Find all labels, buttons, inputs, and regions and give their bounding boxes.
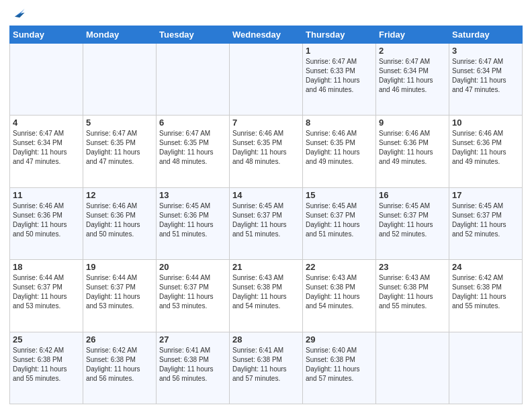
calendar-cell: 22Sunrise: 6:43 AM Sunset: 6:38 PM Dayli… — [303, 260, 376, 332]
day-info: Sunrise: 6:45 AM Sunset: 6:37 PM Dayligh… — [306, 201, 373, 239]
day-number: 29 — [306, 334, 373, 345]
day-number: 15 — [306, 190, 373, 200]
week-row-5: 25Sunrise: 6:42 AM Sunset: 6:38 PM Dayli… — [10, 332, 523, 404]
calendar-cell: 3Sunrise: 6:47 AM Sunset: 6:34 PM Daylig… — [449, 44, 523, 116]
calendar-cell: 19Sunrise: 6:44 AM Sunset: 6:37 PM Dayli… — [83, 260, 157, 332]
calendar-cell: 27Sunrise: 6:41 AM Sunset: 6:38 PM Dayli… — [157, 332, 230, 404]
day-info: Sunrise: 6:46 AM Sunset: 6:35 PM Dayligh… — [306, 129, 373, 167]
calendar-cell — [376, 332, 449, 404]
day-info: Sunrise: 6:47 AM Sunset: 6:34 PM Dayligh… — [379, 57, 446, 95]
logo-bird-icon — [11, 7, 26, 21]
weekday-header-saturday: Saturday — [449, 26, 523, 44]
calendar-cell: 10Sunrise: 6:46 AM Sunset: 6:36 PM Dayli… — [449, 116, 523, 187]
day-info: Sunrise: 6:45 AM Sunset: 6:37 PM Dayligh… — [232, 201, 300, 239]
day-number: 28 — [232, 334, 300, 345]
day-info: Sunrise: 6:45 AM Sunset: 6:36 PM Dayligh… — [159, 201, 226, 239]
calendar-cell: 6Sunrise: 6:47 AM Sunset: 6:35 PM Daylig… — [157, 116, 230, 187]
day-info: Sunrise: 6:47 AM Sunset: 6:34 PM Dayligh… — [13, 129, 80, 167]
calendar-cell: 12Sunrise: 6:46 AM Sunset: 6:36 PM Dayli… — [83, 187, 157, 259]
day-number: 5 — [86, 118, 153, 128]
weekday-header-friday: Friday — [376, 26, 449, 44]
day-info: Sunrise: 6:41 AM Sunset: 6:38 PM Dayligh… — [159, 346, 226, 383]
day-number: 17 — [452, 190, 519, 200]
weekday-header-thursday: Thursday — [303, 26, 376, 44]
day-info: Sunrise: 6:44 AM Sunset: 6:37 PM Dayligh… — [86, 273, 153, 311]
day-number: 3 — [452, 46, 519, 56]
day-info: Sunrise: 6:46 AM Sunset: 6:36 PM Dayligh… — [13, 201, 80, 239]
day-number: 25 — [13, 334, 80, 345]
weekday-header-tuesday: Tuesday — [157, 26, 230, 44]
day-number: 20 — [159, 262, 226, 272]
day-info: Sunrise: 6:43 AM Sunset: 6:38 PM Dayligh… — [306, 273, 373, 311]
page: SundayMondayTuesdayWednesdayThursdayFrid… — [0, 0, 532, 411]
day-number: 16 — [379, 190, 446, 200]
calendar-cell — [449, 332, 523, 404]
day-info: Sunrise: 6:47 AM Sunset: 6:33 PM Dayligh… — [306, 57, 373, 95]
calendar-cell: 1Sunrise: 6:47 AM Sunset: 6:33 PM Daylig… — [303, 44, 376, 116]
day-number: 7 — [232, 118, 300, 128]
calendar-cell: 24Sunrise: 6:42 AM Sunset: 6:38 PM Dayli… — [449, 260, 523, 332]
day-number: 2 — [379, 46, 446, 56]
day-info: Sunrise: 6:46 AM Sunset: 6:36 PM Dayligh… — [452, 129, 519, 167]
day-number: 11 — [13, 190, 80, 200]
weekday-header-row: SundayMondayTuesdayWednesdayThursdayFrid… — [10, 26, 523, 44]
day-info: Sunrise: 6:47 AM Sunset: 6:35 PM Dayligh… — [86, 129, 153, 167]
day-number: 27 — [159, 334, 226, 345]
calendar-cell: 15Sunrise: 6:45 AM Sunset: 6:37 PM Dayli… — [303, 187, 376, 259]
calendar-cell: 21Sunrise: 6:43 AM Sunset: 6:38 PM Dayli… — [230, 260, 303, 332]
calendar-cell: 5Sunrise: 6:47 AM Sunset: 6:35 PM Daylig… — [83, 116, 157, 187]
calendar-cell: 28Sunrise: 6:41 AM Sunset: 6:38 PM Dayli… — [230, 332, 303, 404]
calendar-cell — [230, 44, 303, 116]
day-number: 22 — [306, 262, 373, 272]
calendar-cell — [157, 44, 230, 116]
day-info: Sunrise: 6:43 AM Sunset: 6:38 PM Dayligh… — [379, 273, 446, 311]
calendar-cell: 13Sunrise: 6:45 AM Sunset: 6:36 PM Dayli… — [157, 187, 230, 259]
calendar-cell: 18Sunrise: 6:44 AM Sunset: 6:37 PM Dayli… — [10, 260, 83, 332]
calendar-cell: 23Sunrise: 6:43 AM Sunset: 6:38 PM Dayli… — [376, 260, 449, 332]
day-number: 19 — [86, 262, 153, 272]
week-row-3: 11Sunrise: 6:46 AM Sunset: 6:36 PM Dayli… — [10, 187, 523, 259]
header — [9, 7, 523, 21]
day-info: Sunrise: 6:44 AM Sunset: 6:37 PM Dayligh… — [13, 273, 80, 311]
day-info: Sunrise: 6:47 AM Sunset: 6:34 PM Dayligh… — [452, 57, 519, 95]
day-number: 26 — [86, 334, 153, 345]
calendar-cell: 7Sunrise: 6:46 AM Sunset: 6:35 PM Daylig… — [230, 116, 303, 187]
calendar-cell: 25Sunrise: 6:42 AM Sunset: 6:38 PM Dayli… — [10, 332, 83, 404]
week-row-2: 4Sunrise: 6:47 AM Sunset: 6:34 PM Daylig… — [10, 116, 523, 187]
calendar-cell: 17Sunrise: 6:45 AM Sunset: 6:37 PM Dayli… — [449, 187, 523, 259]
day-number: 1 — [306, 46, 373, 56]
calendar-cell: 16Sunrise: 6:45 AM Sunset: 6:37 PM Dayli… — [376, 187, 449, 259]
day-number: 18 — [13, 262, 80, 272]
day-number: 8 — [306, 118, 373, 128]
day-info: Sunrise: 6:42 AM Sunset: 6:38 PM Dayligh… — [13, 346, 80, 383]
calendar-cell: 26Sunrise: 6:42 AM Sunset: 6:38 PM Dayli… — [83, 332, 157, 404]
day-info: Sunrise: 6:46 AM Sunset: 6:36 PM Dayligh… — [379, 129, 446, 167]
calendar-cell: 14Sunrise: 6:45 AM Sunset: 6:37 PM Dayli… — [230, 187, 303, 259]
day-info: Sunrise: 6:46 AM Sunset: 6:36 PM Dayligh… — [86, 201, 153, 239]
day-info: Sunrise: 6:41 AM Sunset: 6:38 PM Dayligh… — [232, 346, 300, 383]
calendar-cell — [83, 44, 157, 116]
day-number: 14 — [232, 190, 300, 200]
week-row-1: 1Sunrise: 6:47 AM Sunset: 6:33 PM Daylig… — [10, 44, 523, 116]
day-number: 23 — [379, 262, 446, 272]
day-info: Sunrise: 6:47 AM Sunset: 6:35 PM Dayligh… — [159, 129, 226, 167]
day-info: Sunrise: 6:40 AM Sunset: 6:38 PM Dayligh… — [306, 346, 373, 383]
day-number: 24 — [452, 262, 519, 272]
day-info: Sunrise: 6:44 AM Sunset: 6:37 PM Dayligh… — [159, 273, 226, 311]
day-number: 9 — [379, 118, 446, 128]
calendar-cell: 9Sunrise: 6:46 AM Sunset: 6:36 PM Daylig… — [376, 116, 449, 187]
calendar-cell: 2Sunrise: 6:47 AM Sunset: 6:34 PM Daylig… — [376, 44, 449, 116]
calendar-cell: 11Sunrise: 6:46 AM Sunset: 6:36 PM Dayli… — [10, 187, 83, 259]
day-number: 10 — [452, 118, 519, 128]
calendar-cell — [10, 44, 83, 116]
day-number: 6 — [159, 118, 226, 128]
day-info: Sunrise: 6:43 AM Sunset: 6:38 PM Dayligh… — [232, 273, 300, 311]
calendar-cell: 4Sunrise: 6:47 AM Sunset: 6:34 PM Daylig… — [10, 116, 83, 187]
calendar-cell: 29Sunrise: 6:40 AM Sunset: 6:38 PM Dayli… — [303, 332, 376, 404]
day-info: Sunrise: 6:45 AM Sunset: 6:37 PM Dayligh… — [452, 201, 519, 239]
day-number: 4 — [13, 118, 80, 128]
week-row-4: 18Sunrise: 6:44 AM Sunset: 6:37 PM Dayli… — [10, 260, 523, 332]
day-info: Sunrise: 6:42 AM Sunset: 6:38 PM Dayligh… — [86, 346, 153, 383]
day-info: Sunrise: 6:45 AM Sunset: 6:37 PM Dayligh… — [379, 201, 446, 239]
logo — [9, 7, 26, 21]
